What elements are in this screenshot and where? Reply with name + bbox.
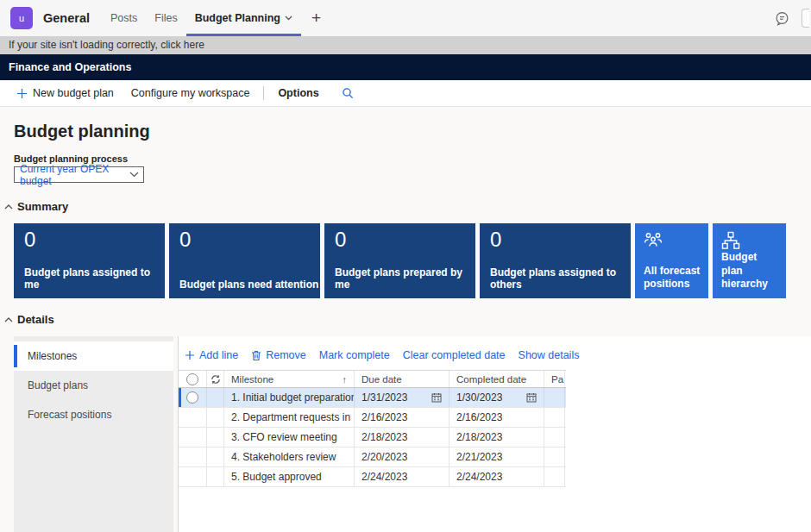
separator xyxy=(263,86,264,100)
milestone-cell[interactable]: 3. CFO review meeting xyxy=(224,428,355,447)
tile-budget-plans-prepared-by-me[interactable]: 0 Budget plans prepared by me xyxy=(324,223,475,298)
chevron-up-icon xyxy=(4,204,13,210)
search-button[interactable] xyxy=(333,87,362,99)
process-dropdown-value: Current year OPEX budget xyxy=(20,163,129,187)
process-dropdown[interactable]: Current year OPEX budget xyxy=(14,166,144,183)
app-title-bar: Finance and Operations xyxy=(0,54,811,80)
options-button[interactable]: Options xyxy=(269,87,327,99)
tile-budget-plans-assigned-to-others[interactable]: 0 Budget plans assigned to others xyxy=(480,223,631,298)
table-row[interactable]: 4. Stakeholders review 2/20/2023 2/21/20… xyxy=(179,448,566,467)
summary-section-header[interactable]: Summary xyxy=(4,200,811,213)
due-date-cell[interactable]: 2/16/2023 xyxy=(355,408,450,427)
remove-button[interactable]: Remove xyxy=(251,349,306,361)
due-date-cell[interactable]: 2/20/2023 xyxy=(355,448,450,466)
table-row[interactable]: 3. CFO review meeting 2/18/2023 2/18/202… xyxy=(179,428,566,448)
team-avatar[interactable]: u xyxy=(10,7,33,29)
details-tab-list: Milestones Budget plans Forecast positio… xyxy=(14,336,173,532)
partial-button[interactable] xyxy=(802,9,809,28)
tab-budget-planning[interactable]: Budget Planning xyxy=(186,0,301,36)
new-budget-plan-button[interactable]: New budget plan xyxy=(8,87,123,99)
tile-count: 0 xyxy=(179,228,191,252)
tab-files[interactable]: Files xyxy=(146,0,185,36)
configure-workspace-button[interactable]: Configure my workspace xyxy=(123,87,259,99)
column-header-pa[interactable]: Pa... xyxy=(544,371,565,387)
milestones-panel: Add line Remove Mark complete Clear comp… xyxy=(178,336,811,532)
team-name: General xyxy=(43,11,90,25)
details-tab-milestones[interactable]: Milestones xyxy=(14,341,173,371)
clear-completed-date-button[interactable]: Clear completed date xyxy=(403,349,506,361)
refresh-icon[interactable] xyxy=(207,371,224,387)
teams-bar-right xyxy=(770,0,811,36)
details-tab-forecast-positions[interactable]: Forecast positions xyxy=(14,400,173,429)
row-radio[interactable] xyxy=(179,428,207,447)
add-tab-button[interactable]: + xyxy=(301,0,331,36)
tile-budget-plan-hierarchy[interactable]: Budget plan hierarchy xyxy=(713,223,786,298)
column-header-due-date[interactable]: Due date xyxy=(355,371,450,387)
summary-heading: Summary xyxy=(17,200,68,213)
milestone-cell[interactable]: 2. Department requests in xyxy=(224,408,355,427)
calendar-icon[interactable] xyxy=(526,392,537,403)
table-row[interactable]: 1. Initial budget preparation 1/31/2023 xyxy=(179,388,566,408)
add-line-label: Add line xyxy=(199,349,238,361)
people-icon xyxy=(644,231,663,248)
tile-label: All forecast positions xyxy=(644,265,703,291)
site-loading-notice[interactable]: If your site isn't loading correctly, cl… xyxy=(0,36,811,54)
row-radio[interactable] xyxy=(179,448,207,466)
chevron-up-icon xyxy=(4,317,13,322)
due-date-cell[interactable]: 2/18/2023 xyxy=(355,428,450,447)
tile-budget-plans-assigned-to-me[interactable]: 0 Budget plans assigned to me xyxy=(14,223,165,298)
grid-toolbar: Add line Remove Mark complete Clear comp… xyxy=(179,336,811,370)
tile-label: Budget plans assigned to others xyxy=(490,266,631,291)
tile-label: Budget plans need attention xyxy=(179,279,318,291)
plus-icon xyxy=(16,88,28,99)
details-tab-budget-plans[interactable]: Budget plans xyxy=(14,371,173,400)
tile-label: Budget plan hierarchy xyxy=(721,251,781,291)
table-row[interactable]: 5. Budget approved 2/24/2023 2/24/2023 xyxy=(179,467,566,487)
trash-icon xyxy=(251,350,261,361)
milestone-cell[interactable]: 1. Initial budget preparation xyxy=(224,388,355,407)
new-budget-plan-label: New budget plan xyxy=(33,87,114,99)
due-date-cell[interactable]: 1/31/2023 xyxy=(355,388,450,407)
chevron-down-icon xyxy=(285,16,292,21)
channel-tabs: Posts Files Budget Planning + xyxy=(102,0,331,36)
completed-date-cell[interactable]: 2/18/2023 xyxy=(450,428,544,447)
remove-label: Remove xyxy=(266,349,306,361)
show-details-button[interactable]: Show details xyxy=(519,349,580,361)
milestone-cell[interactable]: 4. Stakeholders review xyxy=(224,448,355,466)
row-radio[interactable] xyxy=(179,467,207,486)
tile-count: 0 xyxy=(490,228,501,252)
completed-date-cell[interactable]: 2/21/2023 xyxy=(450,448,544,466)
tile-label: Budget plans assigned to me xyxy=(24,266,165,291)
calendar-icon[interactable] xyxy=(431,392,442,403)
tab-posts[interactable]: Posts xyxy=(102,0,146,36)
grid-header-row: Milestone ↑ Due date Completed date Pa..… xyxy=(179,371,566,388)
command-bar: New budget plan Configure my workspace O… xyxy=(0,80,811,107)
sort-ascending-icon: ↑ xyxy=(343,374,348,385)
chevron-down-icon xyxy=(129,172,139,178)
page-title: Budget planning xyxy=(14,107,811,141)
summary-tiles: 0 Budget plans assigned to me 0 Budget p… xyxy=(14,223,811,298)
row-radio[interactable] xyxy=(179,408,207,427)
completed-date-cell[interactable]: 2/16/2023 xyxy=(450,408,544,427)
tile-all-forecast-positions[interactable]: All forecast positions xyxy=(635,223,708,298)
column-header-completed-date[interactable]: Completed date xyxy=(450,371,544,387)
chat-icon[interactable] xyxy=(770,7,793,29)
tile-budget-plans-need-attention[interactable]: 0 Budget plans need attention xyxy=(169,223,320,298)
column-header-milestone[interactable]: Milestone ↑ xyxy=(224,371,355,387)
add-line-button[interactable]: Add line xyxy=(185,349,238,361)
completed-date-cell[interactable]: 2/24/2023 xyxy=(450,467,544,486)
milestone-cell[interactable]: 5. Budget approved xyxy=(224,467,355,486)
details-body: Milestones Budget plans Forecast positio… xyxy=(14,336,811,532)
mark-complete-button[interactable]: Mark complete xyxy=(319,349,390,361)
details-heading: Details xyxy=(17,313,54,326)
completed-date-cell[interactable]: 1/30/2023 xyxy=(450,388,544,407)
select-all-radio[interactable] xyxy=(179,371,207,387)
tile-count: 0 xyxy=(24,228,35,252)
row-radio[interactable] xyxy=(179,388,207,407)
workspace-page: Budget planning Budget planning process … xyxy=(0,107,811,532)
due-date-cell[interactable]: 2/24/2023 xyxy=(355,467,450,486)
details-section-header[interactable]: Details xyxy=(4,313,811,326)
table-row[interactable]: 2. Department requests in 2/16/2023 2/16… xyxy=(179,408,566,428)
team-identity: u General xyxy=(0,0,90,36)
screen: u General Posts Files Budget Planning + xyxy=(0,0,811,532)
